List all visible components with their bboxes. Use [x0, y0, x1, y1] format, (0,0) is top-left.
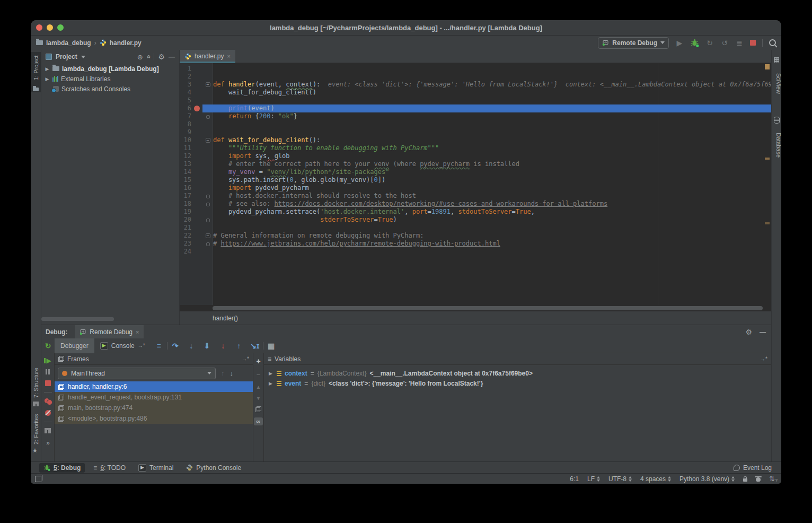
breadcrumb-project[interactable]: lambda_debug — [46, 39, 91, 47]
event-log-button[interactable]: Event Log — [729, 463, 776, 473]
tab-debugger[interactable]: Debugger — [55, 338, 94, 353]
gutter-cell[interactable] — [191, 73, 202, 81]
force-step-into-icon[interactable]: ⇓ — [199, 342, 215, 350]
gear-icon[interactable]: ⚙ — [745, 328, 752, 336]
gutter-cell[interactable] — [191, 232, 202, 240]
pin-icon[interactable]: →* — [242, 356, 249, 362]
show-watches-icon[interactable]: ∞ — [254, 417, 263, 425]
mute-breakpoints-icon[interactable] — [45, 410, 51, 416]
gutter-cell[interactable] — [191, 224, 202, 232]
menu-icon[interactable]: ≡ — [268, 355, 271, 363]
tree-item-scratches[interactable]: Scratches and Consoles — [41, 84, 179, 94]
stripe-mark[interactable] — [765, 158, 770, 160]
gutter-cell[interactable] — [191, 176, 202, 184]
gutter-cell[interactable] — [191, 104, 202, 112]
chevron-right-icon[interactable]: ▶ — [45, 66, 50, 72]
gutter-cell[interactable] — [191, 192, 202, 200]
pin-icon[interactable]: →* — [138, 343, 145, 348]
zoom-window-button[interactable] — [57, 24, 64, 31]
pin-icon[interactable]: →* — [760, 356, 767, 362]
code-viewport[interactable]: 123−def handler(event, context): event: … — [180, 63, 771, 305]
stack-frame-row[interactable]: handle_event_request, bootstrap.py:131 — [55, 392, 253, 403]
coverage-icon[interactable]: ↻ — [705, 39, 714, 47]
gutter-cell[interactable] — [191, 216, 202, 224]
pause-icon[interactable] — [46, 369, 50, 374]
next-frame-icon[interactable]: ↓ — [230, 369, 234, 377]
tool-stripe-structure-button[interactable]: 7: Structure — [31, 367, 41, 407]
rerun-icon[interactable]: ↻ — [41, 342, 55, 350]
chevron-down-icon[interactable] — [81, 56, 85, 60]
fold-marker[interactable] — [206, 203, 210, 206]
toolwindow-quick-access-icon[interactable] — [35, 476, 41, 482]
fold-marker[interactable]: − — [206, 138, 210, 143]
caret-position[interactable]: 6:1 — [570, 475, 579, 483]
editor-tab-handler[interactable]: handler.py × — [180, 50, 235, 63]
locate-file-icon[interactable]: ⊕ — [137, 53, 143, 61]
encoding-select[interactable]: UTF-8 — [608, 475, 632, 483]
gutter-cell[interactable] — [191, 136, 202, 144]
fold-marker[interactable]: − — [206, 233, 210, 238]
run-to-cursor-icon[interactable]: ↘ɪ — [247, 342, 263, 350]
toolwindow-terminal-button[interactable]: ▶ Terminal — [134, 463, 178, 473]
line-separator-select[interactable]: LF — [587, 475, 600, 483]
debug-icon[interactable] — [690, 38, 699, 47]
gutter-cell[interactable] — [191, 97, 202, 104]
read-only-lock-icon[interactable] — [743, 478, 747, 482]
toolwindow-python-console-button[interactable]: Python Console — [182, 463, 245, 473]
show-execution-point-icon[interactable]: ≡ — [151, 342, 167, 350]
stack-frame-row[interactable]: handler, handler.py:6 — [55, 381, 253, 392]
search-everywhere-icon[interactable] — [769, 39, 776, 46]
tree-item-project-root[interactable]: ▶ lambda_debug [Lambda Debug] — [41, 64, 179, 74]
project-panel-title[interactable]: Project — [56, 53, 77, 60]
stack-frame-row[interactable]: main, bootstrap.py:474 — [55, 403, 253, 413]
gutter-cell[interactable] — [191, 65, 202, 73]
resume-program-icon[interactable]: ▶ — [44, 358, 51, 363]
editor-area[interactable]: handler.py × 123−def handler(event, cont… — [180, 50, 771, 325]
inspections-hector-icon[interactable] — [756, 477, 761, 482]
run-configuration-select[interactable]: Remote Debug — [598, 37, 669, 49]
toolwindow-todo-button[interactable]: ≡ 6: TODO — [89, 463, 130, 473]
close-window-button[interactable] — [36, 24, 42, 31]
stop-icon[interactable] — [45, 380, 51, 386]
tree-item-external-libraries[interactable]: ▶ External Libraries — [41, 74, 179, 84]
hide-panel-icon[interactable]: — — [760, 328, 766, 336]
add-watch-icon[interactable]: + — [256, 357, 260, 365]
tool-stripe-sciview-button[interactable]: SciView — [772, 56, 781, 102]
toolwindow-debug-button[interactable]: 5: Debug — [39, 463, 85, 473]
update-icon[interactable]: ⇅? — [769, 475, 775, 483]
stack-frame-row[interactable]: <module>, bootstrap.py:486 — [55, 413, 253, 424]
run-icon[interactable]: ▶ — [675, 39, 684, 47]
breadcrumb-file[interactable]: handler.py — [110, 39, 142, 47]
thread-selector[interactable]: MainThread — [58, 368, 216, 379]
close-icon[interactable]: × — [136, 329, 139, 335]
collapse-all-icon[interactable]: » — [145, 55, 152, 59]
minimize-window-button[interactable] — [47, 24, 53, 31]
remove-watch-icon[interactable]: − — [257, 371, 261, 379]
gutter-cell[interactable] — [191, 184, 202, 192]
interpreter-select[interactable]: Python 3.8 (venv) — [679, 475, 735, 483]
run-configurations-icon[interactable]: ≣ — [735, 39, 744, 47]
previous-frame-icon[interactable]: ↑ — [221, 369, 225, 377]
tool-stripe-favorites-button[interactable]: 2: Favorites ★ — [31, 412, 41, 455]
variable-row[interactable]: ▶event={dict}<class 'dict'>: {'message':… — [264, 378, 771, 388]
stop-icon[interactable] — [750, 40, 756, 46]
fold-marker[interactable] — [206, 242, 210, 246]
fold-marker[interactable] — [206, 219, 210, 222]
variable-row[interactable]: ▶context={LambdaContext}<__main__.Lambda… — [264, 368, 771, 378]
profiler-icon[interactable]: ↺ — [720, 39, 729, 47]
gutter-cell[interactable] — [191, 208, 202, 216]
gear-icon[interactable]: ⚙ — [158, 53, 165, 61]
move-down-icon[interactable]: ▼ — [256, 395, 261, 401]
step-into-my-code-icon[interactable]: ↓ — [215, 342, 231, 350]
stripe-mark[interactable] — [765, 64, 770, 69]
tool-stripe-project-button[interactable]: 1: Project — [31, 52, 41, 92]
gutter-cell[interactable] — [191, 200, 202, 208]
fold-marker[interactable]: − — [206, 82, 210, 87]
expand-arrow-icon[interactable]: ▶ — [269, 381, 273, 386]
gutter-cell[interactable] — [191, 89, 202, 97]
indent-select[interactable]: 4 spaces — [640, 475, 671, 483]
tool-stripe-database-button[interactable]: Database — [772, 116, 781, 167]
step-over-icon[interactable]: ↷ — [167, 342, 183, 350]
more-actions-icon[interactable]: » — [46, 439, 49, 447]
gutter-cell[interactable] — [191, 81, 202, 89]
